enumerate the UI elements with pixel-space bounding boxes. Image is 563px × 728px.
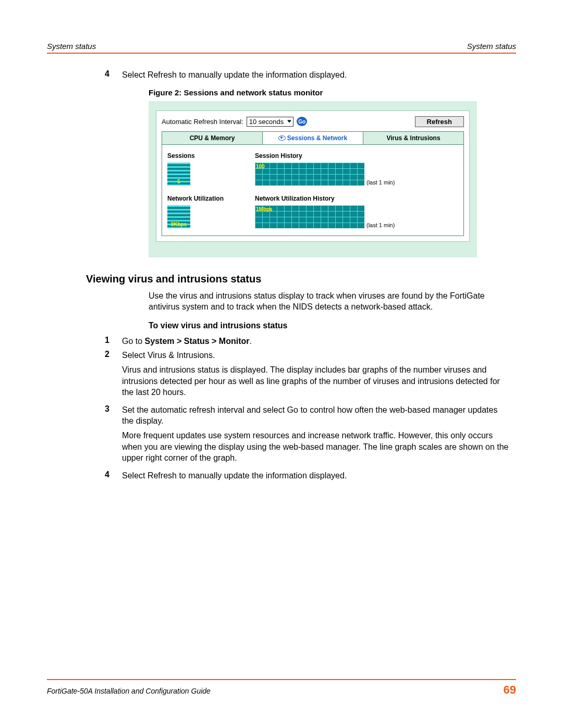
session-history-scale: 100	[256, 164, 265, 169]
header-left: System status	[47, 42, 96, 51]
step-number: 1	[86, 336, 122, 347]
header-divider	[47, 53, 516, 54]
step2-line1: Select Virus & Intrusions.	[122, 350, 511, 361]
netutil-history-last: (last 1 min)	[366, 222, 395, 228]
page-footer: FortiGate-50A Installation and Configura…	[47, 679, 516, 697]
step-number: 4	[86, 470, 122, 482]
refresh-interval-select[interactable]: 10 seconds	[247, 117, 294, 127]
refresh-controls: Automatic Refresh Interval: 10 seconds G…	[162, 116, 464, 127]
step-text: Select Refresh to manually update the in…	[122, 69, 516, 81]
page-number: 69	[504, 683, 516, 697]
netutil-title: Network Utilization	[167, 195, 246, 202]
tab-sessions-label: Sessions & Network	[287, 134, 347, 142]
step-2: 2 Select Virus & Intrusions. Virus and i…	[86, 350, 516, 401]
section-heading: Viewing virus and intrusions status	[86, 273, 516, 285]
tab-virus-intrusions[interactable]: Virus & Intrusions	[363, 132, 463, 144]
step1-pre: Go to	[122, 337, 145, 346]
netutil-row: Network Utilization 0Kbps Network Utiliz…	[167, 195, 458, 228]
step-4: 4 Select Refresh to manually update the …	[86, 470, 516, 482]
step-3: 3 Set the automatic refresh interval and…	[86, 404, 516, 467]
step-1: 1 Go to System > Status > Monitor.	[86, 336, 516, 347]
step3-line2: More frequent updates use system resourc…	[122, 430, 511, 464]
step1-post: .	[250, 337, 252, 346]
monitor-panel: Automatic Refresh Interval: 10 seconds G…	[156, 110, 470, 242]
session-history-title: Session History	[255, 152, 395, 159]
charts-area: Sessions 5 Session History 100	[162, 145, 464, 236]
session-history-chart: 100	[255, 163, 364, 186]
footer-title: FortiGate-50A Installation and Configura…	[47, 687, 211, 695]
step-number: 3	[86, 404, 122, 467]
sessions-row: Sessions 5 Session History 100	[167, 152, 458, 186]
procedure-heading: To view virus and intrusions status	[149, 321, 516, 330]
step-number: 4	[86, 69, 122, 81]
step-text: Select Virus & Intrusions. Virus and int…	[122, 350, 516, 401]
eye-icon	[278, 135, 286, 141]
step2-line2: Virus and intrusions status is displayed…	[122, 364, 511, 398]
figure-caption: Figure 2: Sessions and network status mo…	[149, 88, 516, 97]
step1-path: System > Status > Monitor	[145, 337, 250, 346]
step-text: Set the automatic refresh interval and s…	[122, 404, 516, 467]
refresh-interval-label: Automatic Refresh Interval:	[162, 118, 243, 126]
sessions-value: 5	[167, 179, 190, 184]
step3-line1: Set the automatic refresh interval and s…	[122, 404, 511, 427]
tab-sessions-network[interactable]: Sessions & Network	[263, 132, 363, 144]
sessions-gauge: 5	[167, 163, 190, 186]
step-4-top: 4 Select Refresh to manually update the …	[86, 69, 516, 81]
netutil-history-title: Network Utilization History	[255, 195, 395, 202]
netutil-gauge: 0Kbps	[167, 205, 190, 228]
refresh-button[interactable]: Refresh	[415, 116, 464, 127]
page-header: System status System status	[47, 42, 516, 51]
header-right: System status	[467, 42, 516, 51]
netutil-history-scale: 1Mbps	[256, 206, 273, 212]
step-number: 2	[86, 350, 122, 401]
step-text: Select Refresh to manually update the in…	[122, 470, 516, 482]
go-button[interactable]: Go	[297, 117, 307, 126]
netutil-history-chart: 1Mbps	[255, 205, 364, 228]
sessions-title: Sessions	[167, 152, 246, 159]
intro-paragraph: Use the virus and intrusions status disp…	[149, 290, 516, 313]
figure-sessions-network: Automatic Refresh Interval: 10 seconds G…	[149, 101, 477, 257]
step-text: Go to System > Status > Monitor.	[122, 336, 516, 347]
session-history-last: (last 1 min)	[366, 179, 395, 186]
tab-cpu-memory[interactable]: CPU & Memory	[162, 132, 263, 144]
netutil-value: 0Kbps	[167, 221, 190, 227]
footer-divider	[47, 679, 516, 680]
monitor-tabs: CPU & Memory Sessions & Network Virus & …	[162, 131, 464, 145]
